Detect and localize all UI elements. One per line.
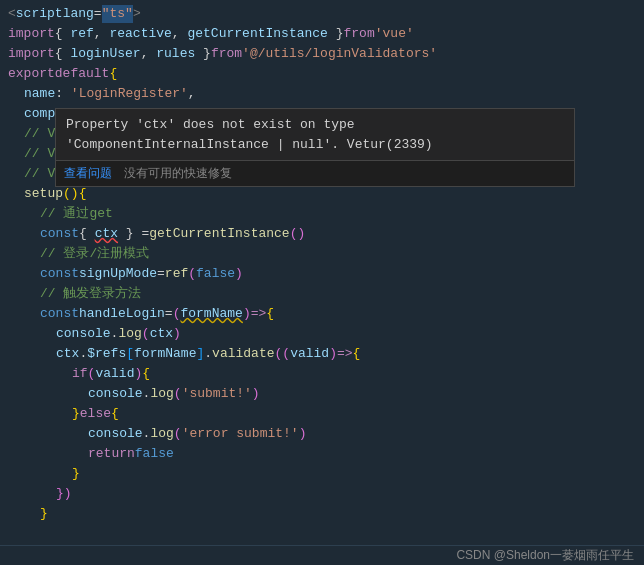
code-line-5: name: 'LoginRegister', bbox=[0, 84, 644, 104]
code-line-21: } else { bbox=[0, 404, 644, 424]
code-line-3: import { loginUser, rules } from '@/util… bbox=[0, 44, 644, 64]
code-line-22: console.log('error submit!') bbox=[0, 424, 644, 444]
code-line-14: const signUpMode = ref(false) bbox=[0, 264, 644, 284]
tooltip-message: Property 'ctx' does not exist on type 'C… bbox=[55, 108, 575, 161]
code-line-24: } bbox=[0, 464, 644, 484]
code-line-1: <script lang="ts"> bbox=[0, 4, 644, 24]
code-line-12: const { ctx } = getCurrentInstance() bbox=[0, 224, 644, 244]
code-line-16: const handleLogin = (formName) => { bbox=[0, 304, 644, 324]
code-line-18: ctx.$refs[formName].validate((valid) => … bbox=[0, 344, 644, 364]
code-line-19: if (valid) { bbox=[0, 364, 644, 384]
code-line-23: return false bbox=[0, 444, 644, 464]
code-line-2: import { ref, reactive, getCurrentInstan… bbox=[0, 24, 644, 44]
error-tooltip: Property 'ctx' does not exist on type 'C… bbox=[55, 108, 575, 187]
code-line-20: console.log('submit!') bbox=[0, 384, 644, 404]
editor-container: <script lang="ts"> import { ref, reactiv… bbox=[0, 0, 644, 565]
code-line-28: return { signUpMode, loginUser, rules, h… bbox=[0, 542, 644, 545]
code-line-4: export default { bbox=[0, 64, 644, 84]
code-line-13: // 登录/注册模式 bbox=[0, 244, 644, 264]
tooltip-actions[interactable]: 查看问题 没有可用的快速修复 bbox=[55, 161, 575, 187]
code-line-15: // 触发登录方法 bbox=[0, 284, 644, 304]
credit-text: CSDN @Sheldon一蒌烟雨任平生 bbox=[456, 547, 634, 564]
view-problem-link[interactable]: 查看问题 bbox=[64, 165, 112, 182]
footer-bar: CSDN @Sheldon一蒌烟雨任平生 bbox=[0, 545, 644, 565]
code-line-26: } bbox=[0, 504, 644, 524]
code-line-11: // 通过get bbox=[0, 204, 644, 224]
code-line-25: }) bbox=[0, 484, 644, 504]
code-line-10: setup() { bbox=[0, 184, 644, 204]
no-fix-label: 没有可用的快速修复 bbox=[124, 165, 232, 182]
code-line-27 bbox=[0, 524, 644, 542]
code-area[interactable]: <script lang="ts"> import { ref, reactiv… bbox=[0, 0, 644, 545]
code-line-17: console.log(ctx) bbox=[0, 324, 644, 344]
